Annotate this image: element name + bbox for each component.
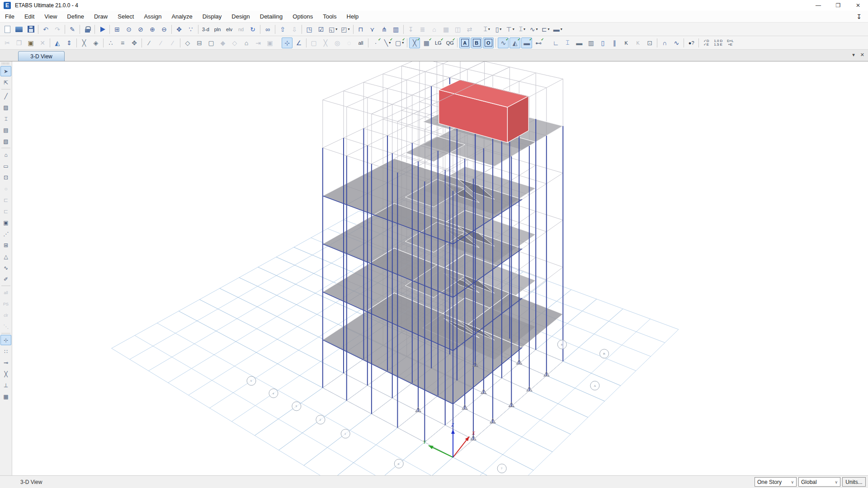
draw-reference-planes[interactable]: △ [0,251,11,262]
shear-wall-design[interactable]: ⊏▾ [540,24,551,35]
rubber-band-zoom[interactable]: ⊞ [112,24,123,35]
snap-to-grid-points[interactable]: ⊹ [282,38,292,48]
select-points[interactable]: ·✓ [370,38,381,48]
show-option-b[interactable]: B [471,38,482,48]
select-areas[interactable]: ▢✓▾ [394,38,405,48]
response-spectrum-function[interactable]: ∩ [659,38,670,48]
perspective-toggle[interactable]: ∵ [185,24,196,35]
composite-column-design[interactable]: ⌶▾ [517,24,528,35]
draw-links[interactable]: ⋰ [0,229,11,239]
divide-frames[interactable]: ∕ [144,38,155,48]
draw-dimension-line[interactable]: ✐ [0,274,11,284]
pointer-draw-mode[interactable]: ✎ [67,24,78,35]
k-brace-e[interactable]: K [621,38,632,48]
open-file[interactable] [14,24,24,35]
model-3d-view[interactable]: XYZ12345678AB [12,61,868,475]
menu-file[interactable]: File [0,11,19,22]
deselect[interactable]: ╳✓ [409,38,420,48]
show-joint-links[interactable]: ⊷✓ [533,38,544,48]
select-lines[interactable]: ╲✓▾ [382,38,393,48]
show-deformed-shape[interactable]: ∿✓ [498,38,509,48]
lock-model[interactable] [82,24,93,35]
show-wall-sections[interactable]: ▯ [597,38,608,48]
snap-to-ends[interactable]: ∷ [0,346,11,357]
restore-button[interactable]: ❐ [828,0,848,11]
steel-joist-design[interactable]: ∿▾ [528,24,539,35]
show-dimensions[interactable]: ⇕ [64,38,75,48]
tab-3d-view[interactable]: 3-D View [18,51,65,61]
paste[interactable]: ▣ [25,38,36,48]
steel-frame-design[interactable]: ⌶▾ [481,24,492,35]
menu-analyze[interactable]: Analyze [166,11,197,22]
show-deck-sections[interactable]: ▥ [585,38,596,48]
quick-draw-secondary-beams[interactable]: ▤ [0,125,11,135]
align-joints[interactable]: ∴ [105,38,116,48]
previous-zoom[interactable]: ⊘ [135,24,146,35]
draw-wall-opening[interactable]: ▣ [0,217,11,228]
tab-list-dropdown-icon[interactable]: ▾ [852,52,855,58]
assign-frame[interactable]: ⋔ [379,24,390,35]
object-shrink-menu[interactable]: ◱▾ [327,24,339,35]
model-canvas[interactable]: XYZ12345678AB [12,61,868,475]
object-viewer[interactable]: ∞ [262,24,273,35]
draw-grids[interactable]: ⊞ [0,240,11,250]
show-extruded-view[interactable]: ◭✓ [509,38,520,48]
snap-to-perpendicular[interactable]: ⊥ [0,380,11,390]
menu-help[interactable]: Help [342,11,364,22]
menu-define[interactable]: Define [62,11,89,22]
snap-to-intersections[interactable]: ╳ [0,369,11,379]
menu-assign[interactable]: Assign [139,11,166,22]
menu-view[interactable]: View [39,11,62,22]
plot-functions[interactable]: ∟ [550,38,561,48]
close-button[interactable]: ✕ [848,0,868,11]
rotate-3d-view[interactable]: ↻ [247,24,258,35]
set-display-options[interactable]: ☑ [316,24,326,35]
show-steel-sections[interactable]: ⌶ [562,38,573,48]
menu-design[interactable]: Design [226,11,255,22]
undo[interactable]: ↶ [40,24,51,35]
composite-beam-design[interactable]: ⊤▾ [505,24,516,35]
restore-full-view[interactable]: ⊙ [123,24,134,35]
download-icon[interactable]: ↧ [856,13,862,20]
toolbar-grip[interactable] [2,62,10,65]
menu-select[interactable]: Select [113,11,139,22]
mesh-areas[interactable]: ◇ [182,38,193,48]
edit-merge[interactable]: ◈ [90,38,101,48]
snap-to-midpoints[interactable]: ⊸ [0,357,11,368]
view-3d[interactable]: 3-d [200,24,211,35]
assign-joint[interactable]: ⋎ [367,24,378,35]
reshape-object[interactable]: ⇱ [0,77,11,88]
chamfer-area-corners[interactable]: ⌂ [241,38,252,48]
zoom-in-one-step[interactable]: ⊕ [147,24,158,35]
coordinate-system-select[interactable]: Global∨ [798,477,840,487]
show-hidden-lines[interactable]: ▬✓ [521,38,532,48]
zoom-out-one-step[interactable]: ⊖ [159,24,170,35]
move-up-in-list[interactable]: ⇧ [277,24,288,35]
move-points[interactable]: ✥ [129,38,140,48]
minimize-button[interactable]: — [808,0,828,11]
select-by-wall-grids[interactable]: ▦✓ [421,38,432,48]
select-all[interactable]: all [355,38,366,48]
design-check-de[interactable]: ✓D ✓E [701,38,712,48]
menu-tools[interactable]: Tools [318,11,341,22]
story-mode-select[interactable]: One Story∨ [755,477,797,487]
concrete-frame-design[interactable]: ▯▾ [493,24,504,35]
view-elevation[interactable]: elv [224,24,235,35]
snap-to-fine-grid[interactable]: ▦ [0,391,11,402]
snap-to-global-axes[interactable]: ∠ [293,38,304,48]
draw-frame-portal[interactable]: ⊓ [355,24,366,35]
units-button[interactable]: Units... [842,477,866,487]
menu-detailing[interactable]: Detailing [255,11,288,22]
show-rebar[interactable]: ∥ [609,38,620,48]
assign-shell[interactable]: ▥ [391,24,401,35]
concrete-slab-design[interactable]: ▬▾ [552,24,564,35]
pan[interactable]: ✥ [174,24,184,35]
menu-options[interactable]: Options [288,11,318,22]
quick-draw-columns[interactable]: ⌶ [0,113,11,124]
save-model[interactable] [25,24,36,35]
menu-draw[interactable]: Draw [89,11,113,22]
model-explorer[interactable]: ◭ [52,38,63,48]
design-combo[interactable]: D+L +E [725,38,736,48]
menu-display[interactable]: Display [198,11,227,22]
quick-draw-frame[interactable]: ▨ [0,102,11,113]
